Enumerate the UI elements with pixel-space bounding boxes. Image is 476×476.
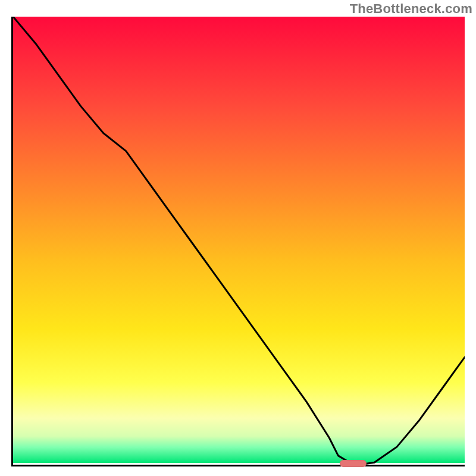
optimum-marker [340, 460, 367, 467]
chart-container: TheBottleneck.com [0, 0, 476, 476]
curve-line [13, 17, 465, 465]
plot-area [11, 17, 465, 466]
watermark-label: TheBottleneck.com [350, 1, 472, 17]
